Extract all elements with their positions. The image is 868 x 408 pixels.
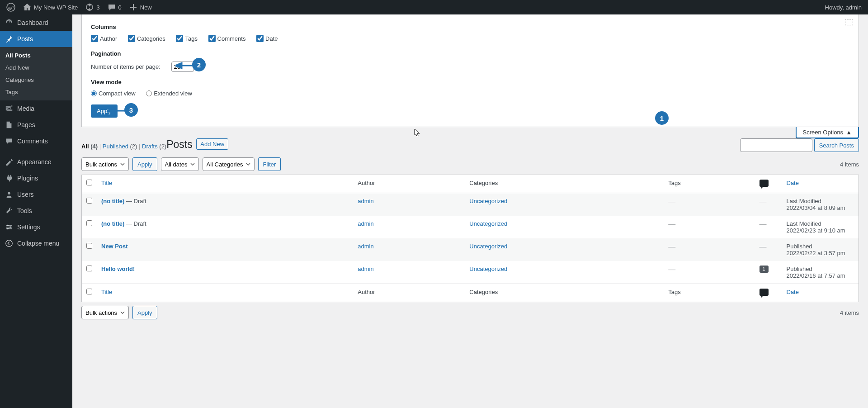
bulk-apply-button-bottom[interactable]: Apply	[132, 306, 157, 319]
col-comments-checkbox[interactable]	[208, 35, 216, 42]
post-title-link[interactable]: New Post	[101, 243, 128, 250]
col-categories-header: Categories	[465, 175, 664, 193]
bulk-actions-select[interactable]: Bulk actions	[81, 157, 129, 171]
tags-cell: —	[668, 266, 675, 273]
row-checkbox[interactable]	[86, 243, 92, 249]
status-filters: All (4) Published (2) Drafts (2)	[81, 143, 166, 150]
site-link[interactable]: My New WP Site	[19, 0, 81, 14]
col-date-checkbox[interactable]	[256, 35, 264, 42]
col-title-header[interactable]: Title	[101, 180, 112, 186]
compact-view-radio[interactable]	[91, 90, 97, 96]
screen-options-tab[interactable]: Screen Options ▲	[796, 127, 859, 138]
menu-settings[interactable]: Settings	[0, 219, 72, 235]
per-page-input[interactable]	[171, 62, 194, 72]
author-link[interactable]: admin	[358, 243, 373, 250]
post-title-link[interactable]: (no title)	[101, 198, 124, 204]
extended-view-label[interactable]: Extended view	[146, 90, 192, 97]
menu-dashboard[interactable]: Dashboard	[0, 14, 72, 31]
col-comments-footer[interactable]	[755, 284, 782, 302]
submenu-all-posts[interactable]: All Posts	[0, 49, 72, 62]
filter-button[interactable]: Filter	[258, 157, 281, 171]
new-link[interactable]: New	[125, 0, 156, 14]
date-value: 2022/02/22 at 3:57 pm	[787, 250, 845, 256]
menu-posts[interactable]: Posts	[0, 31, 72, 47]
menu-media[interactable]: Media	[0, 100, 72, 117]
col-author-label[interactable]: Author	[91, 35, 117, 42]
viewmode-legend: View mode	[91, 79, 122, 85]
category-link[interactable]: Uncategorized	[469, 198, 507, 204]
category-link[interactable]: Uncategorized	[469, 220, 507, 227]
col-date-footer[interactable]: Date	[787, 289, 799, 295]
menu-tools[interactable]: Tools	[0, 203, 72, 219]
search-button[interactable]: Search Posts	[814, 138, 859, 152]
author-link[interactable]: admin	[358, 198, 373, 204]
menu-plugins[interactable]: Plugins	[0, 170, 72, 186]
col-comments-label[interactable]: Comments	[208, 35, 246, 42]
col-categories-checkbox[interactable]	[128, 35, 135, 42]
screen-meta-links: Screen Options ▲	[796, 127, 859, 138]
screen-options-apply-button[interactable]: Apply	[91, 104, 118, 118]
per-page-label: Number of items per page:	[91, 63, 160, 70]
menu-collapse[interactable]: Collapse menu	[0, 235, 72, 251]
submenu-categories[interactable]: Categories	[0, 74, 72, 86]
admin-menu: Dashboard Posts All Posts Add New Catego…	[0, 14, 72, 325]
svg-point-1	[8, 192, 10, 195]
category-link[interactable]: Uncategorized	[469, 243, 507, 250]
updates-link[interactable]: 3	[81, 0, 103, 14]
menu-comments[interactable]: Comments	[0, 133, 72, 149]
comments-link[interactable]: 0	[104, 0, 125, 14]
viewmode-fieldset: View mode Compact view Extended view	[91, 79, 849, 98]
menu-users[interactable]: Users	[0, 186, 72, 203]
col-date-label[interactable]: Date	[256, 35, 278, 42]
menu-pages[interactable]: Pages	[0, 117, 72, 133]
compact-view-label[interactable]: Compact view	[91, 90, 136, 97]
filter-published[interactable]: Published (2)	[103, 143, 137, 150]
add-new-button[interactable]: Add New	[196, 138, 228, 150]
wp-logo[interactable]	[3, 0, 19, 14]
pin-icon	[5, 35, 13, 43]
howdy-text: Howdy, admin	[825, 4, 862, 11]
col-author-checkbox[interactable]	[91, 35, 98, 42]
col-comments-header[interactable]	[755, 175, 782, 193]
bulk-actions-select-bottom[interactable]: Bulk actions	[81, 306, 129, 319]
no-comments-dash: —	[760, 220, 767, 228]
filter-drafts[interactable]: Drafts (2)	[142, 143, 166, 150]
post-title-link[interactable]: (no title)	[101, 220, 124, 227]
dates-select[interactable]: All dates	[161, 157, 199, 171]
content-area: Columns Author Categories Tags Comments …	[72, 14, 868, 320]
select-all-bottom[interactable]	[86, 289, 92, 294]
col-tags-header: Tags	[664, 175, 755, 193]
comment-count-badge[interactable]: 1	[760, 266, 769, 273]
columns-legend: Columns	[91, 24, 116, 30]
no-comments-dash: —	[760, 243, 767, 251]
col-date-header[interactable]: Date	[787, 180, 799, 186]
categories-select[interactable]: All Categories	[203, 157, 255, 171]
select-all-top[interactable]	[86, 180, 92, 185]
filter-all[interactable]: All (4)	[81, 143, 98, 150]
col-title-footer[interactable]: Title	[101, 289, 112, 295]
tags-cell: —	[668, 243, 675, 251]
submenu-add-new[interactable]: Add New	[0, 62, 72, 74]
tablenav-top: Bulk actions Apply All dates All Categor…	[81, 157, 859, 172]
extended-view-radio[interactable]	[146, 90, 152, 96]
row-checkbox[interactable]	[86, 198, 92, 204]
row-checkbox[interactable]	[86, 266, 92, 271]
menu-appearance[interactable]: Appearance	[0, 154, 72, 170]
author-link[interactable]: admin	[358, 220, 373, 227]
howdy-link[interactable]: Howdy, admin	[821, 0, 865, 14]
bulk-apply-button[interactable]: Apply	[132, 157, 157, 171]
col-tags-checkbox[interactable]	[176, 35, 183, 42]
plus-icon	[129, 3, 138, 12]
post-title-link[interactable]: Hello world!	[101, 266, 135, 272]
row-checkbox[interactable]	[86, 220, 92, 226]
col-author-header: Author	[353, 175, 465, 193]
search-input[interactable]	[740, 138, 812, 152]
home-icon	[23, 3, 32, 12]
admin-bar: My New WP Site 3 0 New Howdy, admin	[0, 0, 868, 14]
submenu-tags[interactable]: Tags	[0, 86, 72, 98]
pagination-fieldset: Pagination Number of items per page:	[91, 50, 849, 72]
author-link[interactable]: admin	[358, 266, 373, 272]
col-tags-label[interactable]: Tags	[176, 35, 197, 42]
col-categories-label[interactable]: Categories	[128, 35, 165, 42]
category-link[interactable]: Uncategorized	[469, 266, 507, 272]
